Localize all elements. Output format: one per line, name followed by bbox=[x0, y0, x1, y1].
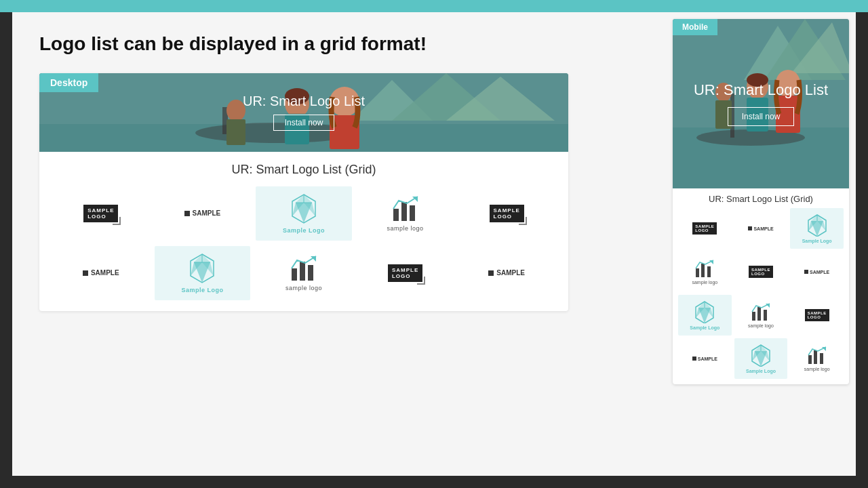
chart-logo-2 bbox=[290, 255, 317, 282]
logo-item-7: Sample Logo bbox=[155, 246, 251, 300]
mobile-grid-title: UR: Smart Logo List (Grid) bbox=[673, 188, 849, 208]
logo-item-3: Sample Logo bbox=[256, 186, 352, 241]
mobile-gem-2 bbox=[693, 300, 716, 323]
mobile-logo-item-6: SAMPLE bbox=[790, 251, 844, 292]
mobile-logo-item-12: sample logo bbox=[790, 338, 844, 379]
mobile-logo-item-2: SAMPLE bbox=[734, 208, 788, 249]
sq-icon-3 bbox=[488, 270, 494, 276]
svg-rect-22 bbox=[393, 209, 399, 221]
svg-rect-59 bbox=[701, 264, 705, 277]
logo-sample-dark-2: SAMPLELOGO bbox=[490, 205, 524, 222]
mobile-logo-item-4: sample logo bbox=[678, 251, 732, 292]
desktop-card: Desktop bbox=[39, 73, 568, 311]
mobile-banner-title: UR: Smart Logo List Install now bbox=[680, 81, 842, 126]
svg-rect-79 bbox=[814, 350, 817, 364]
svg-rect-68 bbox=[752, 312, 755, 321]
desktop-logo-grid: SAMPLELOGO SAMPLE bbox=[53, 186, 555, 300]
mobile-logo-sample-3: SAMPLELOGO bbox=[805, 309, 829, 321]
mobile-logo-item-10: SAMPLE bbox=[678, 338, 732, 379]
logo-item-2: SAMPLE bbox=[155, 186, 251, 241]
sq-icon-1 bbox=[184, 211, 190, 216]
svg-rect-78 bbox=[808, 355, 812, 364]
svg-rect-60 bbox=[707, 266, 711, 277]
mobile-logo-caption-1: Sample Logo bbox=[802, 239, 832, 243]
logo-caption-dark-1: sample logo bbox=[387, 225, 424, 232]
mobile-logo-caption-2: Sample Logo bbox=[690, 325, 719, 330]
mobile-logo-item-8: sample logo bbox=[734, 295, 788, 336]
svg-rect-70 bbox=[764, 310, 767, 321]
logo-caption-1: Sample Logo bbox=[283, 227, 325, 234]
mobile-logo-caption-dark-1: sample logo bbox=[692, 280, 717, 285]
mobile-banner-app-name: UR: Smart Logo List bbox=[694, 81, 828, 99]
main-container: Logo list can be displayed in a grid for… bbox=[12, 12, 856, 476]
mobile-logo-grid: SAMPLELOGO SAMPLE bbox=[673, 208, 849, 384]
svg-rect-58 bbox=[696, 268, 699, 277]
mobile-sq-1 bbox=[748, 226, 752, 230]
mobile-logo-text-3: SAMPLE bbox=[692, 357, 717, 361]
svg-rect-34 bbox=[292, 268, 297, 281]
mobile-logo-item-11: Sample Logo bbox=[734, 338, 788, 379]
mobile-logo-caption-dark-3: sample logo bbox=[804, 367, 830, 371]
mobile-logo-item-5: SAMPLELOGO bbox=[734, 251, 788, 292]
logo-item-8: sample logo bbox=[256, 246, 352, 300]
svg-rect-69 bbox=[757, 307, 761, 321]
svg-rect-80 bbox=[820, 353, 823, 364]
desktop-banner-app-name: UR: Smart Logo List bbox=[243, 94, 365, 109]
mobile-logo-item-9: SAMPLELOGO bbox=[790, 295, 844, 336]
mobile-label: Mobile bbox=[673, 19, 717, 35]
mobile-sq-2 bbox=[804, 270, 808, 274]
mobile-gem-3 bbox=[749, 344, 772, 367]
mobile-gem-1 bbox=[806, 214, 829, 237]
mobile-sq-3 bbox=[692, 357, 696, 361]
chart-logo-1 bbox=[392, 195, 419, 222]
mobile-logo-text-2: SAMPLE bbox=[804, 270, 829, 274]
mobile-logo-item-1: SAMPLELOGO bbox=[678, 208, 732, 249]
mobile-chart-1 bbox=[695, 259, 714, 278]
mobile-logo-caption-3: Sample Logo bbox=[746, 369, 776, 373]
logo-item-5: SAMPLELOGO bbox=[458, 186, 555, 241]
svg-rect-23 bbox=[401, 202, 407, 221]
desktop-install-button[interactable]: Install now bbox=[273, 115, 335, 131]
logo-item-10: SAMPLE bbox=[458, 246, 555, 300]
logo-caption-dark-2: sample logo bbox=[285, 285, 322, 291]
desktop-grid-section: UR: Smart Logo List (Grid) SAMPLELOGO SA… bbox=[39, 152, 568, 311]
logo-text-sample-3: SAMPLE bbox=[488, 269, 525, 277]
logo-sample-dark-1: SAMPLELOGO bbox=[83, 205, 118, 222]
logo-sample-dark-3: SAMPLELOGO bbox=[388, 264, 422, 282]
gem-logo-2 bbox=[186, 253, 218, 284]
desktop-grid-title: UR: Smart Logo List (Grid) bbox=[53, 163, 555, 177]
mobile-logo-text-1: SAMPLE bbox=[748, 226, 773, 231]
logo-caption-2: Sample Logo bbox=[181, 287, 223, 293]
gem-logo-1 bbox=[288, 193, 319, 224]
desktop-banner-title: UR: Smart Logo List Install now bbox=[243, 94, 365, 131]
logo-item-6: SAMPLE bbox=[53, 246, 149, 300]
desktop-banner: Desktop bbox=[39, 73, 568, 152]
mobile-chart-2 bbox=[751, 302, 770, 321]
mobile-logo-item-3: Sample Logo bbox=[790, 208, 844, 249]
svg-rect-35 bbox=[300, 262, 305, 281]
desktop-label: Desktop bbox=[39, 73, 98, 92]
logo-item-9: SAMPLELOGO bbox=[357, 246, 454, 300]
sq-icon-2 bbox=[83, 270, 88, 276]
mobile-banner: Mobile bbox=[673, 19, 849, 188]
svg-rect-36 bbox=[308, 265, 313, 281]
logo-item-1: SAMPLELOGO bbox=[53, 186, 149, 241]
logo-text-sample-2: SAMPLE bbox=[83, 269, 119, 277]
svg-rect-24 bbox=[410, 205, 415, 221]
top-bar bbox=[0, 0, 868, 12]
logo-item-4: sample logo bbox=[357, 186, 454, 241]
mobile-logo-item-7: Sample Logo bbox=[678, 295, 732, 336]
right-panel: Mobile bbox=[673, 12, 856, 476]
mobile-logo-sample-1: SAMPLELOGO bbox=[692, 222, 717, 235]
page-heading: Logo list can be displayed in a grid for… bbox=[39, 33, 514, 56]
mobile-logo-caption-dark-2: sample logo bbox=[748, 323, 774, 328]
mobile-chart-3 bbox=[808, 346, 827, 365]
logo-text-sample-1: SAMPLE bbox=[184, 209, 221, 217]
left-panel: Logo list can be displayed in a grid for… bbox=[12, 12, 673, 476]
mobile-install-button[interactable]: Install now bbox=[728, 107, 795, 126]
mobile-logo-sample-2: SAMPLELOGO bbox=[749, 266, 773, 278]
mobile-card: Mobile bbox=[673, 19, 849, 384]
